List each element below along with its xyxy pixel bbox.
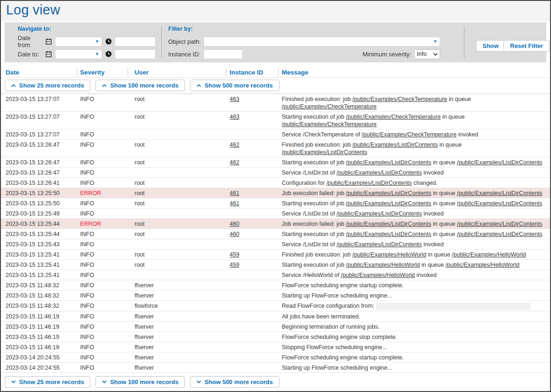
cell-severity: INFO <box>77 323 128 331</box>
clock-icon[interactable] <box>105 38 112 45</box>
show-25-more-button[interactable]: Show 25 more records <box>5 376 90 388</box>
cell-message: Finished job execution: job /public/Exam… <box>278 141 550 156</box>
object-path-link[interactable]: /public/Examples/CheckTemperature <box>352 96 447 102</box>
cell-user: root <box>128 141 226 149</box>
object-path-link[interactable]: /public/Examples/ListDirContents <box>457 231 542 237</box>
cell-user: ffserver <box>128 364 226 372</box>
object-path-link[interactable]: /public/Examples/HelloWorld <box>452 251 526 258</box>
cell-date: 2023-03-15 13:25:50 <box>1 199 77 207</box>
table-row: 2023-03-15 11:48:32INFOflowforceRead Flo… <box>1 301 550 311</box>
column-header-severity[interactable]: Severity <box>77 67 128 77</box>
show-button[interactable]: Show <box>476 40 505 52</box>
reset-filter-button[interactable]: Reset Filter <box>503 40 550 52</box>
object-path-link[interactable]: /public/Examples/ListDirContents <box>327 180 412 186</box>
instance-id-link[interactable]: 461 <box>230 200 239 207</box>
object-path-link[interactable]: /public/Examples/ListDirContents <box>346 221 431 227</box>
minimum-severity-select[interactable]: Info <box>414 49 440 59</box>
date-to-combo[interactable]: ▼ <box>55 49 102 59</box>
instance-id-link[interactable]: 462 <box>230 142 239 148</box>
instance-id-link[interactable]: 460 <box>230 221 239 227</box>
object-path-link[interactable]: /public/Examples/ListDirContents <box>282 149 367 155</box>
instance-id-link[interactable]: 459 <box>230 262 239 268</box>
instance-id-link[interactable]: 460 <box>230 231 239 237</box>
instance-id-link[interactable]: 462 <box>230 159 239 166</box>
instance-id-link[interactable]: 461 <box>230 190 239 196</box>
object-path-link[interactable]: /public/Examples/ListDirContents <box>352 142 437 148</box>
cell-date: 2023-03-14 20:24:55 <box>1 364 77 372</box>
object-path-dropdown-icon[interactable]: ▼ <box>431 39 440 44</box>
object-path-link[interactable]: /public/Examples/HelloWorld <box>346 262 420 268</box>
cell-message: Service /ListDir.txt of /public/Examples… <box>278 210 550 217</box>
cell-instance-id: 463 <box>226 113 278 121</box>
date-from-dropdown-icon[interactable]: ▼ <box>93 39 102 44</box>
table-row: 2023-03-15 13:26:47INFOroot462Finished j… <box>1 140 550 157</box>
table-row: 2023-03-15 11:46:19INFOffserverFlowForce… <box>1 332 550 342</box>
calendar-icon[interactable] <box>46 51 52 57</box>
cell-instance-id: 462 <box>226 141 278 149</box>
show-100-more-button[interactable]: Show 100 more records <box>95 80 185 91</box>
table-row: 2023-03-15 13:25:44INFOroot460Starting e… <box>1 229 550 239</box>
cell-user <box>128 271 226 271</box>
time-to-input[interactable] <box>115 49 156 59</box>
cell-instance-id <box>226 210 278 210</box>
object-path-link[interactable]: /public/Examples/ListDirContents <box>457 159 542 166</box>
object-path-link[interactable]: /public/Examples/ListDirContents <box>346 231 431 237</box>
object-path-link[interactable]: /public/Examples/ListDirContents <box>336 169 422 176</box>
instance-id-link[interactable]: 459 <box>230 251 239 258</box>
cell-date: 2023-03-15 13:25:50 <box>1 189 77 197</box>
cell-message: FlowForce scheduling engine stop complet… <box>278 333 550 341</box>
date-from-input[interactable] <box>55 37 93 46</box>
time-from-input[interactable] <box>115 37 156 47</box>
cell-message: Service /CheckTemperature of /public/Exa… <box>278 130 550 138</box>
object-path-link[interactable]: /public/Examples/HelloWorld <box>341 272 415 278</box>
column-header-date[interactable]: Date <box>1 67 77 77</box>
object-path-link[interactable]: /public/Examples/ListDirContents <box>346 159 431 166</box>
cell-user: ffserver <box>128 323 226 331</box>
cell-user: root <box>128 220 226 228</box>
object-path-link[interactable]: /public/Examples/ListDirContents <box>457 190 542 196</box>
object-path-link[interactable]: /public/Examples/ListDirContents <box>457 221 542 227</box>
date-from-combo[interactable]: ▼ <box>55 37 102 47</box>
column-header-instance-id[interactable]: Instance ID <box>226 67 278 77</box>
show-500-more-button[interactable]: Show 500 more records <box>190 376 279 388</box>
instance-id-input[interactable] <box>204 49 243 59</box>
object-path-combo[interactable]: ▼ <box>204 37 440 47</box>
chevron-down-icon <box>11 380 16 384</box>
object-path-link[interactable]: /public/Examples/CheckTemperature <box>346 114 441 120</box>
cell-user: ffserver <box>128 333 226 341</box>
object-path-link[interactable]: /public/Examples/CheckTemperature <box>282 121 377 128</box>
date-to-input[interactable] <box>55 50 93 59</box>
cell-instance-id <box>226 353 278 354</box>
cell-instance-id: 461 <box>226 199 278 207</box>
object-path-link[interactable]: /public/Examples/ListDirContents <box>457 200 542 207</box>
cell-date: 2023-03-15 13:27:07 <box>1 130 77 138</box>
object-path-link[interactable]: /public/Examples/CheckTemperature <box>362 131 457 138</box>
object-path-link[interactable]: /public/Examples/CheckTemperature <box>282 103 377 110</box>
table-row: 2023-03-15 13:25:50INFOroot461Starting e… <box>1 198 550 209</box>
cell-user <box>128 210 226 210</box>
cell-date: 2023-03-15 11:48:32 <box>1 291 77 299</box>
calendar-icon[interactable] <box>46 38 52 45</box>
cell-user: root <box>128 230 226 238</box>
object-path-link[interactable]: /public/Examples/HelloWorld <box>352 251 426 258</box>
show-25-more-button[interactable]: Show 25 more records <box>5 80 90 91</box>
table-row: 2023-03-14 20:24:55INFOffserverStarting … <box>1 363 550 373</box>
object-path-link[interactable]: /public/Examples/ListDirContents <box>346 190 431 196</box>
object-path-link[interactable]: /public/Examples/ListDirContents <box>336 210 422 217</box>
cell-message: Finished job execution: job /public/Exam… <box>278 95 550 110</box>
object-path-link[interactable]: /public/Examples/ListDirContents <box>336 241 422 248</box>
column-header-message[interactable]: Message <box>278 67 550 77</box>
show-100-more-button[interactable]: Show 100 more records <box>95 376 185 388</box>
object-path-link[interactable]: /public/Examples/HelloWorld <box>445 262 519 268</box>
object-path-link[interactable]: /public/Examples/ListDirContents <box>346 200 431 207</box>
cell-severity: INFO <box>77 240 128 248</box>
clock-icon[interactable] <box>105 51 112 57</box>
instance-id-link[interactable]: 463 <box>230 114 239 120</box>
column-header-user[interactable]: User <box>128 67 226 77</box>
show-500-more-button[interactable]: Show 500 more records <box>190 80 279 91</box>
table-row: 2023-03-15 13:25:43INFOService /ListDir.… <box>1 239 550 250</box>
date-to-dropdown-icon[interactable]: ▼ <box>93 52 102 56</box>
instance-id-link[interactable]: 463 <box>230 96 239 102</box>
cell-instance-id: 460 <box>226 230 278 238</box>
object-path-input[interactable] <box>204 37 431 46</box>
